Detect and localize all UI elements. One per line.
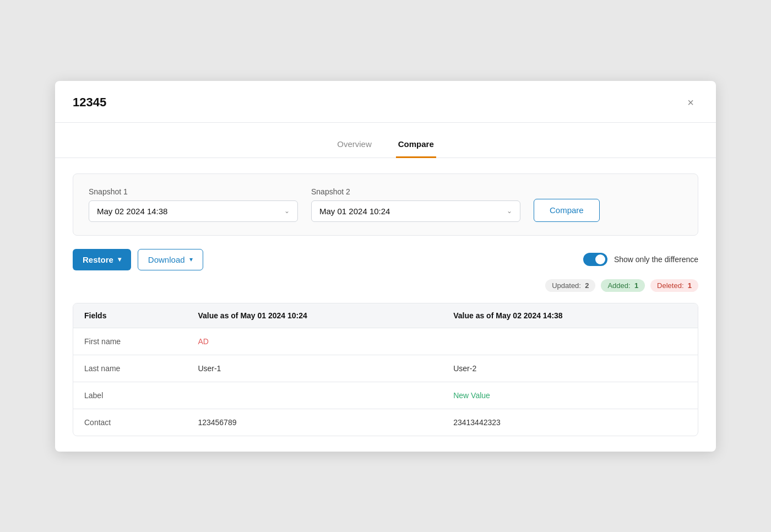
col-fields: Fields [73,303,187,328]
tab-compare[interactable]: Compare [396,134,436,158]
modal-title: 12345 [73,95,106,110]
download-button[interactable]: Download ▾ [138,249,203,270]
restore-label: Restore [83,255,113,264]
added-label: Added: [607,281,630,290]
table-row: LabelNew Value [73,382,698,409]
snapshot1-select[interactable]: May 02 2024 14:38 ⌄ [89,200,298,222]
value1-cell [187,382,442,409]
deleted-count: 1 [688,281,692,290]
toggle-slider [583,253,607,266]
snapshot-card: Snapshot 1 May 02 2024 14:38 ⌄ Snapshot … [73,173,698,236]
value2-cell: New Value [442,382,698,409]
value2-cell [442,328,698,355]
badge-deleted: Deleted: 1 [650,279,698,292]
badge-added: Added: 1 [601,279,645,292]
comparison-table: Fields Value as of May 01 2024 10:24 Val… [73,303,698,436]
restore-chevron-icon: ▾ [118,256,121,263]
modal: 12345 × Overview Compare Snapshot 1 May … [55,81,716,452]
snapshot2-value: May 01 2024 10:24 [319,207,390,216]
chevron-down-icon-2: ⌄ [507,207,512,215]
close-button[interactable]: × [683,94,698,111]
chevron-down-icon: ⌄ [284,207,290,215]
table-row: Last nameUser-1User-2 [73,355,698,382]
tabs-container: Overview Compare [55,123,716,158]
toggle-switch[interactable] [583,253,607,266]
badge-updated: Updated: 2 [545,279,595,292]
col-value1: Value as of May 01 2024 10:24 [187,303,442,328]
tab-overview[interactable]: Overview [335,134,374,158]
modal-body: Snapshot 1 May 02 2024 14:38 ⌄ Snapshot … [55,158,716,452]
value1-cell: 123456789 [187,409,442,436]
field-name-cell: First name [73,328,187,355]
updated-label: Updated: [552,281,581,290]
snapshot2-label: Snapshot 2 [311,187,520,196]
value1-cell: User-1 [187,355,442,382]
table-row: Contact12345678923413442323 [73,409,698,436]
field-name-cell: Contact [73,409,187,436]
deleted-label: Deleted: [657,281,683,290]
snapshot1-value: May 02 2024 14:38 [97,207,167,216]
download-label: Download [148,255,185,264]
compare-button[interactable]: Compare [534,199,600,222]
field-name-cell: Last name [73,355,187,382]
badges-row: Updated: 2 Added: 1 Deleted: 1 [73,279,698,292]
toggle-label: Show only the difference [614,255,698,264]
restore-button[interactable]: Restore ▾ [73,249,131,270]
actions-left: Restore ▾ Download ▾ [73,249,203,270]
value2-cell: User-2 [442,355,698,382]
table-container: Fields Value as of May 01 2024 10:24 Val… [73,303,698,436]
snapshot-row: Snapshot 1 May 02 2024 14:38 ⌄ Snapshot … [89,187,682,222]
value1-cell: AD [187,328,442,355]
field-name-cell: Label [73,382,187,409]
actions-right: Show only the difference [583,253,698,266]
value2-cell: 23413442323 [442,409,698,436]
table-row: First nameAD [73,328,698,355]
col-value2: Value as of May 02 2024 14:38 [442,303,698,328]
snapshot1-field: Snapshot 1 May 02 2024 14:38 ⌄ [89,187,298,222]
modal-header: 12345 × [55,81,716,123]
download-chevron-icon: ▾ [189,256,193,263]
snapshot2-select[interactable]: May 01 2024 10:24 ⌄ [311,200,520,222]
actions-row: Restore ▾ Download ▾ Show only the diffe… [73,249,698,270]
added-count: 1 [634,281,638,290]
snapshot2-field: Snapshot 2 May 01 2024 10:24 ⌄ [311,187,520,222]
table-header-row: Fields Value as of May 01 2024 10:24 Val… [73,303,698,328]
snapshot1-label: Snapshot 1 [89,187,298,196]
updated-count: 2 [585,281,589,290]
